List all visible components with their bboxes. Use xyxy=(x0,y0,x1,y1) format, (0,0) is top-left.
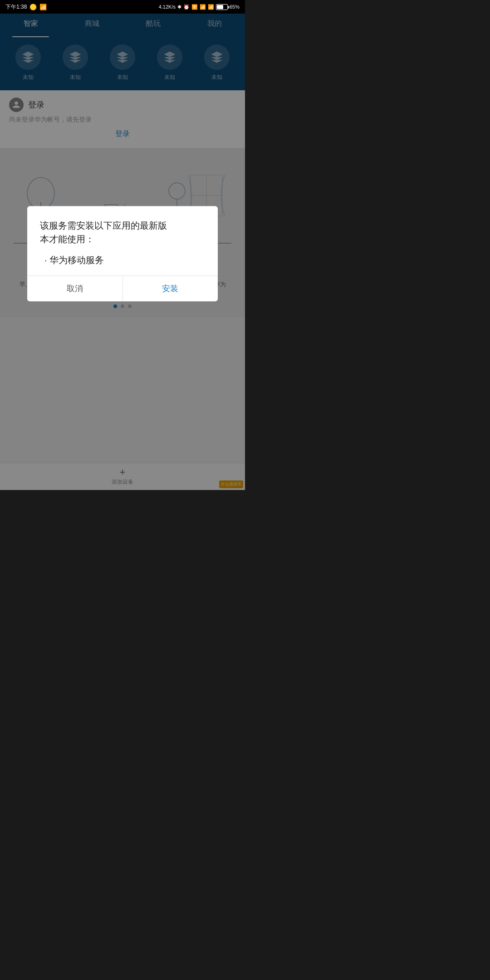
status-bar: 下午1:38 🟡 📶 4.12K/s ✱ ⏰ 🛜 📶 📶 65% xyxy=(0,0,245,14)
signal-icon-1: 📶 xyxy=(200,4,206,10)
dialog-content: 该服务需安装以下应用的最新版本才能使用： · 华为移动服务 xyxy=(27,206,218,275)
status-right: 4.12K/s ✱ ⏰ 🛜 📶 📶 65% xyxy=(159,4,240,10)
dialog-service-name: · 华为移动服务 xyxy=(40,254,205,266)
status-icon-2: 📶 xyxy=(39,4,47,10)
dialog-title: 该服务需安装以下应用的最新版本才能使用： xyxy=(40,219,205,246)
alarm-icon: ⏰ xyxy=(183,4,190,10)
status-left: 下午1:38 🟡 📶 xyxy=(5,3,47,11)
dialog-cancel-button[interactable]: 取消 xyxy=(27,276,122,301)
dialog: 该服务需安装以下应用的最新版本才能使用： · 华为移动服务 取消 安装 xyxy=(27,206,218,301)
battery-percent: 65% xyxy=(230,4,240,10)
status-time: 下午1:38 xyxy=(5,3,27,11)
wifi-icon: 🛜 xyxy=(191,4,198,10)
dialog-install-button[interactable]: 安装 xyxy=(123,276,218,301)
signal-icon-2: 📶 xyxy=(208,4,214,10)
app-container: 智家 商城 酷玩 我的 未知 xyxy=(0,14,245,490)
battery-indicator xyxy=(216,4,228,10)
status-speed: 4.12K/s xyxy=(159,4,176,10)
bluetooth-icon: ✱ xyxy=(177,4,181,10)
dialog-buttons: 取消 安装 xyxy=(27,276,218,301)
status-icon-1: 🟡 xyxy=(29,4,37,10)
